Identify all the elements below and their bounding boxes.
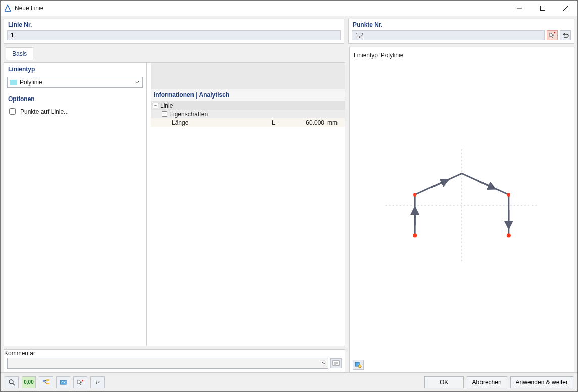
linetype-header: Linientyp — [4, 63, 146, 75]
svg-point-16 — [413, 233, 417, 237]
help-button[interactable] — [5, 376, 19, 388]
chevron-down-icon — [322, 361, 326, 365]
linetype-swatch-icon — [10, 80, 17, 85]
info-tree: − Linie − Eigenschaften Länge L — [151, 101, 345, 127]
preview-canvas — [350, 63, 574, 358]
reverse-button[interactable] — [560, 30, 571, 40]
comment-header: Kommentar — [4, 350, 345, 357]
minimize-button[interactable] — [508, 1, 531, 16]
preview-settings-button[interactable] — [353, 360, 364, 370]
svg-point-18 — [413, 193, 416, 196]
tree-options-button[interactable] — [39, 376, 53, 388]
info-panel: Informationen | Analytisch − Linie − Eig… — [151, 89, 345, 346]
svg-line-27 — [45, 380, 46, 381]
info-column: Informationen | Analytisch − Linie − Eig… — [151, 63, 345, 346]
client-area: Linie Nr. Punkte Nr. — [1, 16, 577, 372]
comment-panel: Kommentar — [4, 349, 345, 372]
line-number-input[interactable] — [7, 30, 341, 40]
linetype-combo[interactable]: Polylinie — [7, 77, 143, 88]
maximize-button[interactable] — [531, 1, 554, 16]
svg-rect-25 — [46, 379, 49, 381]
line-number-label: Linie Nr. — [4, 19, 344, 29]
svg-point-19 — [507, 193, 510, 196]
points-on-line-checkbox[interactable] — [9, 108, 16, 115]
tree-row-laenge[interactable]: Länge L 60.000 mm — [151, 118, 345, 127]
svg-rect-24 — [43, 380, 45, 382]
left-column: Basis Linientyp Polylinie — [4, 47, 345, 372]
svg-point-22 — [9, 380, 13, 384]
display-options-button[interactable] — [56, 376, 70, 388]
cancel-button[interactable]: Abbrechen — [467, 376, 507, 388]
app-icon — [4, 4, 12, 12]
clear-pick-button[interactable] — [73, 376, 87, 388]
points-on-line-option[interactable]: Punkte auf Linie... — [7, 107, 143, 116]
tab-strip: Basis — [4, 47, 345, 60]
tree-row-eigenschaften[interactable]: − Eigenschaften — [151, 110, 345, 118]
options-header: Optionen — [4, 92, 146, 105]
comment-library-button[interactable] — [330, 358, 342, 368]
polyline-preview-icon — [350, 63, 574, 358]
chevron-down-icon — [135, 79, 140, 86]
middle-area: Basis Linientyp Polylinie — [4, 47, 574, 372]
svg-point-21 — [358, 365, 361, 368]
options-section: Optionen Punkte auf Linie... — [4, 92, 146, 346]
info-header: Informationen | Analytisch — [151, 89, 345, 101]
ok-button[interactable]: OK — [424, 376, 464, 388]
comment-combo[interactable] — [7, 358, 328, 369]
svg-line-23 — [13, 383, 15, 385]
window-title: Neue Linie — [15, 5, 43, 12]
right-column: Linientyp 'Polylinie' — [349, 47, 574, 372]
svg-point-17 — [507, 233, 511, 237]
svg-rect-26 — [46, 383, 49, 384]
pick-points-button[interactable] — [547, 30, 558, 40]
tree-row-linie[interactable]: − Linie — [151, 101, 345, 110]
svg-line-14 — [478, 181, 492, 187]
preview-title: Linientyp 'Polylinie' — [350, 47, 574, 63]
points-number-label: Punkte Nr. — [349, 19, 574, 29]
dialog-window: Neue Linie Linie Nr. Punkte Nr. — [0, 0, 578, 392]
points-number-input[interactable] — [352, 30, 545, 40]
linetype-section: Linientyp Polylinie — [4, 63, 146, 92]
footer: 0,00 fx OK Abbrechen Anwenden & weiter — [1, 372, 577, 391]
properties-column: Linientyp Polylinie Optionen — [4, 63, 147, 346]
svg-rect-1 — [541, 6, 545, 11]
formula-button[interactable]: fx — [90, 376, 105, 388]
tab-body: Linientyp Polylinie Optionen — [4, 62, 345, 346]
tab-basis[interactable]: Basis — [6, 47, 33, 60]
collapse-icon[interactable]: − — [162, 111, 167, 117]
top-row: Linie Nr. Punkte Nr. — [4, 19, 574, 44]
preview-panel: Linientyp 'Polylinie' — [349, 47, 574, 372]
title-bar: Neue Linie — [1, 1, 577, 16]
svg-rect-29 — [60, 380, 66, 384]
points-number-panel: Punkte Nr. — [348, 19, 574, 44]
units-button[interactable]: 0,00 — [22, 376, 36, 388]
apply-continue-button[interactable]: Anwenden & weiter — [510, 376, 573, 388]
points-on-line-label: Punkte auf Linie... — [20, 108, 69, 115]
line-number-panel: Linie Nr. — [4, 19, 344, 44]
svg-line-28 — [45, 381, 46, 383]
linetype-value: Polylinie — [20, 79, 42, 86]
collapse-icon[interactable]: − — [153, 103, 158, 108]
close-button[interactable] — [554, 1, 577, 16]
svg-line-13 — [431, 181, 445, 187]
